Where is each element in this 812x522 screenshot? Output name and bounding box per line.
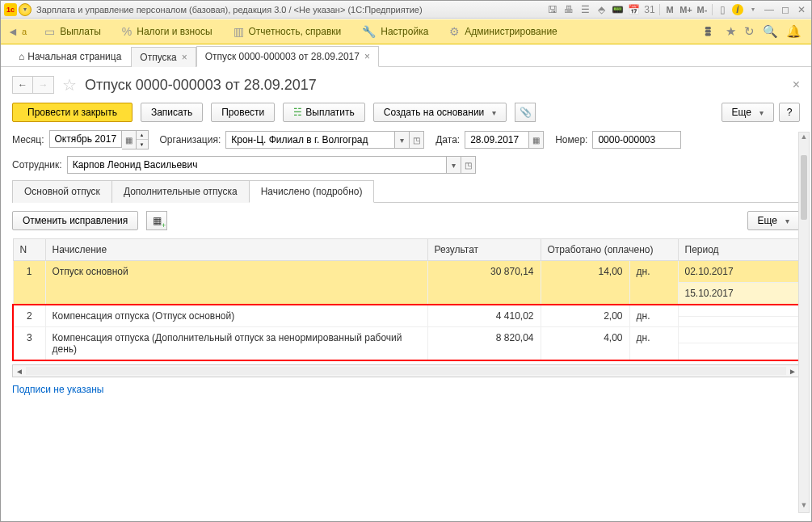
table-row[interactable]: 3 Компенсация отпуска (Дополнительный от…	[13, 327, 799, 343]
cell-result: 4 410,02	[427, 305, 541, 327]
history-icon[interactable]: ↻	[744, 24, 755, 39]
zoom-m-icon[interactable]: M	[663, 3, 676, 16]
month-input-group: ▦ ▲▼	[49, 130, 149, 149]
scroll-track[interactable]	[26, 367, 786, 375]
cell-unit: дн.	[629, 327, 678, 361]
close-tab-icon[interactable]: ×	[182, 52, 187, 63]
scroll-down-icon[interactable]: ▼	[799, 501, 809, 512]
app-menu-dropdown[interactable]: ▾	[19, 3, 32, 16]
menu-reports[interactable]: ▥Отчетность, справки	[224, 22, 351, 41]
menu-payments[interactable]: ▭Выплаты	[35, 22, 111, 41]
info-icon[interactable]: i	[732, 4, 743, 15]
down-icon[interactable]: ▼	[137, 140, 148, 149]
attach-button[interactable]: 📎	[515, 103, 536, 122]
cell-period-to	[678, 316, 799, 327]
col-worked[interactable]: Отработано (оплачено)	[541, 239, 678, 261]
close-doc-icon[interactable]: ×	[793, 78, 800, 92]
calendar-icon[interactable]: 📅	[627, 3, 640, 16]
inner-tabs: Основной отпуск Дополнительные отпуска Н…	[12, 180, 800, 203]
help-button[interactable]: ?	[779, 103, 800, 122]
separator	[659, 4, 660, 15]
org-input[interactable]	[225, 131, 395, 149]
create-based-button[interactable]: Создать на основании	[373, 103, 507, 122]
cancel-fix-button[interactable]: Отменить исправления	[12, 211, 138, 230]
panel-icon[interactable]: ▯	[716, 3, 729, 16]
btn-label: Выплатить	[305, 107, 355, 118]
menu-taxes[interactable]: %Налоги и взносы	[112, 22, 222, 41]
date-input[interactable]	[465, 131, 529, 149]
info-dd-icon[interactable]: ▾	[747, 3, 759, 16]
date-icon[interactable]: 31	[643, 3, 656, 16]
up-icon[interactable]: ▲	[137, 131, 148, 140]
home-icon: ⌂	[19, 51, 24, 62]
apps-icon[interactable]: ●●●●●●●●●	[705, 27, 717, 36]
table-row[interactable]: 2 Компенсация отпуска (Отпуск основной) …	[13, 305, 799, 316]
nav-prev-button[interactable]: ←	[12, 76, 33, 94]
tab-vacation-doc[interactable]: Отпуск 0000-000003 от 28.09.2017 ×	[196, 46, 379, 67]
compare-icon[interactable]: ⬘	[595, 3, 608, 16]
minimize-icon[interactable]: —	[763, 3, 776, 16]
maximize-icon[interactable]: ◻	[779, 3, 792, 16]
col-period[interactable]: Период	[678, 239, 799, 261]
star-icon[interactable]: ★	[726, 24, 736, 39]
menu-admin[interactable]: ⚙Администрирование	[440, 22, 566, 41]
more-button[interactable]: Еще	[722, 103, 774, 122]
cell-result: 8 820,04	[427, 327, 541, 361]
tab-label: Отпуска	[140, 52, 176, 63]
scroll-up-icon[interactable]: ▲	[799, 133, 809, 144]
month-input[interactable]	[49, 130, 122, 148]
nav-back-icon[interactable]: ◄	[6, 24, 20, 39]
zoom-minus-icon[interactable]: M-	[696, 3, 709, 16]
columns-button[interactable]: ▦+	[146, 211, 167, 230]
col-accrual[interactable]: Начисление	[45, 239, 427, 261]
cell-n: 2	[13, 305, 45, 327]
pay-button[interactable]: ☵Выплатить	[283, 103, 365, 122]
month-spinner[interactable]: ▲▼	[137, 130, 149, 149]
menu-settings[interactable]: 🔧Настройка	[352, 22, 438, 41]
print-icon[interactable]: 🖶	[562, 3, 575, 16]
doc-title: Отпуск 0000-000003 от 28.09.2017	[85, 77, 317, 94]
table-more-button[interactable]: Еще	[747, 211, 800, 230]
post-close-button[interactable]: Провести и закрыть	[12, 103, 133, 122]
h-scrollbar[interactable]: ◄ ►	[12, 364, 800, 377]
form-row-1: Месяц: ▦ ▲▼ Организация: ▾ ◳ Дата: ▦ Ном…	[12, 130, 800, 149]
table-row[interactable]: 1 Отпуск основной 30 870,14 14,00 дн. 02…	[13, 261, 799, 283]
calendar-picker-icon[interactable]: ▦	[122, 130, 137, 149]
menubar: ◄ а ▭Выплаты %Налоги и взносы ▥Отчетност…	[1, 19, 811, 44]
cell-period-from: 02.10.2017	[678, 261, 799, 283]
scroll-left-icon[interactable]: ◄	[13, 367, 26, 376]
employee-input[interactable]	[67, 156, 447, 174]
cell-period-from	[678, 305, 799, 316]
search-icon[interactable]: 🔍	[763, 24, 778, 39]
tab-vacations[interactable]: Отпуска ×	[131, 47, 196, 67]
save-button[interactable]: Записать	[141, 103, 203, 122]
favorite-star-icon[interactable]: ☆	[62, 75, 77, 95]
number-input[interactable]	[592, 131, 681, 149]
home-tab[interactable]: ⌂ Начальная страница	[9, 47, 131, 66]
scroll-thumb[interactable]	[801, 155, 807, 220]
dropdown-icon[interactable]: ▾	[395, 131, 410, 149]
scroll-right-icon[interactable]: ►	[786, 367, 799, 376]
cell-period-from	[678, 327, 799, 343]
close-tab-icon[interactable]: ×	[364, 51, 370, 62]
calc-icon[interactable]: 📟	[611, 3, 624, 16]
post-button[interactable]: Провести	[211, 103, 275, 122]
bell-icon[interactable]: 🔔	[786, 24, 801, 39]
tab-main-vacation[interactable]: Основной отпуск	[12, 180, 112, 203]
signatures-link[interactable]: Подписи не указаны	[12, 384, 103, 395]
v-scrollbar[interactable]: ▲ ▼	[798, 132, 810, 513]
col-result[interactable]: Результат	[427, 239, 541, 261]
calendar-picker-icon[interactable]: ▦	[529, 131, 544, 149]
dropdown-icon[interactable]: ▾	[447, 156, 461, 174]
save-icon[interactable]: 🖫	[546, 3, 559, 16]
col-n[interactable]: N	[13, 239, 45, 261]
employee-label: Сотрудник:	[12, 159, 62, 170]
close-window-icon[interactable]: ✕	[795, 3, 808, 16]
open-icon[interactable]: ◳	[461, 156, 476, 174]
doc-icon[interactable]: ☰	[578, 3, 591, 16]
nav-next-button[interactable]: →	[33, 76, 54, 94]
open-icon[interactable]: ◳	[410, 131, 424, 149]
zoom-plus-icon[interactable]: M+	[679, 3, 692, 16]
tab-additional[interactable]: Дополнительные отпуска	[111, 180, 250, 203]
tab-accrued[interactable]: Начислено (подробно)	[249, 180, 375, 203]
